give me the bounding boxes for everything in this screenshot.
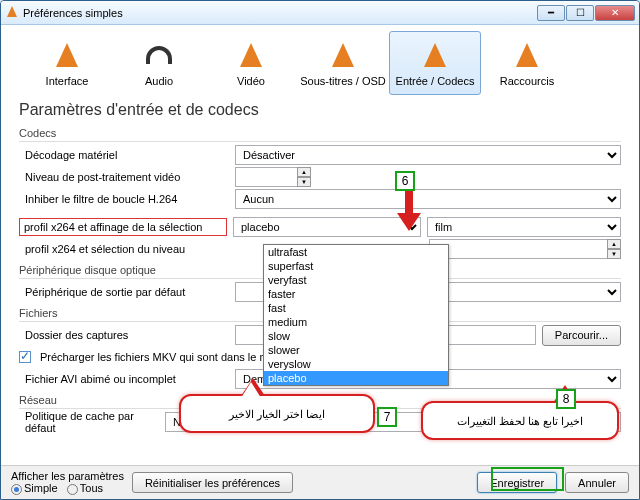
headphones-icon [143, 39, 175, 71]
callout-choose-last: ايضا اختر الخيار الاخير [179, 394, 375, 433]
label-x264preset: profil x264 et affinage de la sélection [19, 218, 227, 236]
tab-video[interactable]: Vidéo [205, 31, 297, 95]
annotation-8: 8 [556, 389, 576, 409]
window-title: Préférences simples [23, 7, 537, 19]
cone-icon [419, 39, 451, 71]
select-hwdec[interactable]: Désactiver [235, 145, 621, 165]
cancel-button[interactable]: Annuler [565, 472, 629, 493]
save-highlight-box [491, 467, 564, 491]
group-codecs: Codecs [19, 125, 621, 142]
spinner[interactable]: ▲▼ [607, 239, 621, 259]
option-ultrafast[interactable]: ultrafast [264, 245, 448, 259]
tab-label: Entrée / Codecs [396, 75, 475, 87]
checkbox-preloadmkv[interactable] [19, 351, 31, 363]
label-cachepolicy: Politique de cache par défaut [19, 410, 159, 434]
cone-icon [511, 39, 543, 71]
reset-button[interactable]: Réinitialiser les préférences [132, 472, 293, 493]
tab-label: Audio [145, 75, 173, 87]
window-buttons: ━ ☐ ✕ [537, 5, 635, 21]
select-loopfilter[interactable]: Aucun [235, 189, 621, 209]
option-fast[interactable]: fast [264, 301, 448, 315]
browse-button[interactable]: Parcourir... [542, 325, 621, 346]
tab-label: Vidéo [237, 75, 265, 87]
select-x264preset[interactable]: placebo [233, 217, 421, 237]
label-loopfilter: Inhiber le filtre de boucle H.264 [19, 193, 229, 205]
tab-label: Sous-titres / OSD [300, 75, 386, 87]
radio-simple[interactable]: Simple [11, 482, 58, 494]
label-postproc: Niveau de post-traitement vidéo [19, 171, 229, 183]
preferences-window: Préférences simples ━ ☐ ✕ Interface Audi… [0, 0, 640, 500]
option-veryslow[interactable]: veryslow [264, 357, 448, 371]
vlc-icon [5, 6, 19, 20]
option-placebo[interactable]: placebo [264, 371, 448, 385]
show-params-label: Afficher les paramètres Simple Tous [11, 470, 124, 495]
label-aviincomplete: Fichier AVI abimé ou incomplet [19, 373, 229, 385]
option-superfast[interactable]: superfast [264, 259, 448, 273]
label-x264level: profil x264 et sélection du niveau [19, 243, 229, 255]
x264preset-dropdown[interactable]: ultrafast superfast veryfast faster fast… [263, 244, 449, 386]
arrow-down-icon [397, 191, 421, 231]
maximize-button[interactable]: ☐ [566, 5, 594, 21]
titlebar: Préférences simples ━ ☐ ✕ [1, 1, 639, 25]
tab-label: Raccourcis [500, 75, 554, 87]
spinner[interactable]: ▲▼ [297, 167, 311, 187]
tab-subtitles[interactable]: Sous-titres / OSD [297, 31, 389, 95]
option-slow[interactable]: slow [264, 329, 448, 343]
close-button[interactable]: ✕ [595, 5, 635, 21]
radio-all[interactable]: Tous [67, 482, 103, 494]
label-captures: Dossier des captures [19, 329, 229, 341]
option-veryfast[interactable]: veryfast [264, 273, 448, 287]
tab-label: Interface [46, 75, 89, 87]
option-faster[interactable]: faster [264, 287, 448, 301]
option-medium[interactable]: medium [264, 315, 448, 329]
tab-hotkeys[interactable]: Raccourcis [481, 31, 573, 95]
cone-icon [327, 39, 359, 71]
label-hwdec: Décodage matériel [19, 149, 229, 161]
annotation-6: 6 [395, 171, 415, 191]
tab-interface[interactable]: Interface [21, 31, 113, 95]
cone-icon [235, 39, 267, 71]
minimize-button[interactable]: ━ [537, 5, 565, 21]
input-x264level[interactable] [429, 239, 621, 259]
page-heading: Paramètres d'entrée et de codecs [19, 101, 621, 119]
callout-save: اخيرا تابع هنا لحفظ التغييرات [421, 401, 619, 440]
tab-input-codecs[interactable]: Entrée / Codecs [389, 31, 481, 95]
label-outdev: Périphérique de sortie par défaut [19, 286, 229, 298]
cone-icon [51, 39, 83, 71]
option-slower[interactable]: slower [264, 343, 448, 357]
annotation-7: 7 [377, 407, 397, 427]
category-toolbar: Interface Audio Vidéo Sous-titres / OSD … [1, 25, 639, 99]
tab-audio[interactable]: Audio [113, 31, 205, 95]
svg-marker-0 [397, 191, 421, 231]
select-x264tune[interactable]: film [427, 217, 621, 237]
